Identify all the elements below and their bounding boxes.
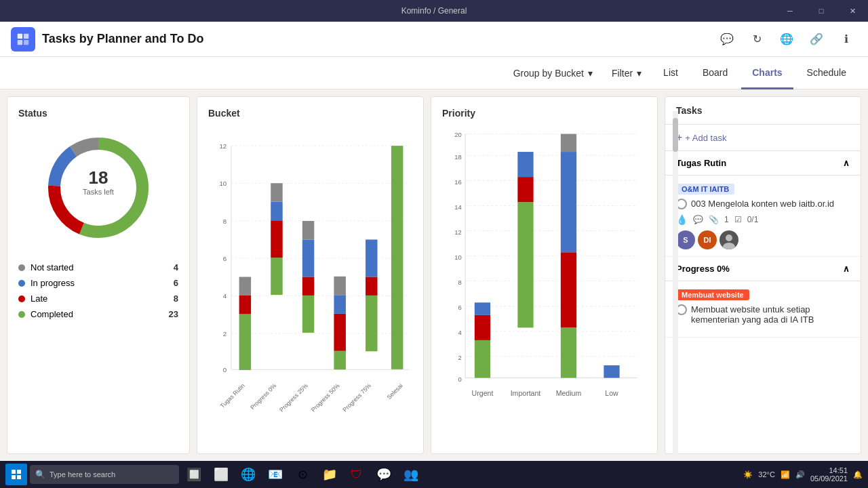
svg-text:18: 18 [454,153,462,161]
svg-rect-2 [18,39,22,44]
tasks-list: Tugas Rutin ∧ O&M IT IAITB 003 Mengelola… [665,151,861,453]
svg-text:8: 8 [223,218,226,225]
app-header: Tasks by Planner and To Do 💬 ↻ 🌐 🔗 ℹ [0,22,868,57]
svg-text:18: 18 [89,167,108,188]
taskbar-edge[interactable]: 🌐 [236,462,260,487]
svg-rect-37 [334,351,345,369]
svg-rect-41 [366,296,377,351]
svg-rect-80 [561,327,576,378]
main-content: Status 18 Tasks left [0,89,868,461]
bucket-chart: 12 10 8 6 4 2 0 [208,127,412,428]
app-icon [11,27,35,52]
section-progress-0[interactable]: Progress 0% ∧ [665,257,861,281]
bucket-title: Bucket [208,108,412,119]
task-item-2: Membuat website Membuat website untuk se… [665,281,861,338]
svg-text:0: 0 [223,366,227,373]
svg-rect-38 [334,314,345,351]
taskbar-files[interactable]: 📁 [317,462,342,487]
svg-rect-93 [12,475,16,479]
svg-rect-27 [239,296,251,314]
svg-text:4: 4 [223,292,227,300]
svg-text:8: 8 [458,279,461,286]
avatar-photo [719,230,738,249]
chat-icon[interactable]: 💬 [716,28,738,50]
add-task-button[interactable]: + + Add task [665,125,861,151]
svg-rect-78 [517,177,533,202]
svg-rect-84 [604,365,619,378]
group-by-label: Group by Bucket [513,68,584,79]
collapse-icon-2: ∧ [843,264,850,274]
taskbar-outlook[interactable]: 📧 [263,462,288,487]
progress-count: 0/1 [747,215,759,224]
task-name-2: Membuat website untuk setiap kementerian… [691,304,850,325]
notification-icon[interactable]: 🔔 [853,470,863,479]
refresh-icon[interactable]: ↻ [746,28,768,50]
link-icon[interactable]: 🔗 [806,28,827,50]
priority-panel: Priority 20 18 16 14 12 10 8 6 4 2 [431,96,658,454]
window-controls: ─ □ ✕ [774,0,868,22]
svg-text:10: 10 [454,253,462,261]
svg-rect-92 [17,470,21,474]
svg-text:Tugas Rutin: Tugas Rutin [219,382,246,409]
filter-chevron: ▾ [637,68,642,79]
group-by-chevron: ▾ [588,68,593,79]
svg-text:0: 0 [458,375,461,383]
svg-rect-83 [561,134,576,152]
filter-button[interactable]: Filter ▾ [604,61,650,85]
maximize-button[interactable]: □ [806,0,837,22]
title-bar: Kominfo / General ─ □ ✕ [0,0,868,22]
taskbar-teams[interactable]: 👥 [399,462,423,487]
svg-text:12: 12 [454,228,462,236]
start-button[interactable] [5,464,27,485]
priority-title: Priority [442,108,646,119]
attachment-icon: 📎 [709,215,719,224]
svg-rect-40 [334,277,345,295]
svg-text:Medium: Medium [556,389,582,397]
taskbar-clock[interactable]: 14:51 05/09/2021 [810,466,848,483]
weather-icon: ☀️ [743,470,753,479]
taskbar-multitask[interactable]: ⬜ [209,462,233,487]
svg-text:6: 6 [458,304,461,311]
tasks-panel: Tasks + + Add task Tugas Rutin ∧ O&M IT … [665,96,861,454]
svg-text:Selesai: Selesai [386,382,404,401]
globe-icon[interactable]: 🌐 [776,28,797,50]
tab-list[interactable]: List [652,57,689,89]
svg-text:Progress 75%: Progress 75% [341,382,372,413]
svg-rect-0 [18,33,22,38]
search-icon: 🔍 [35,470,45,479]
svg-rect-29 [271,258,282,295]
taskbar-chrome[interactable]: ⊙ [290,462,315,487]
taskbar-cortana[interactable]: 🔲 [182,462,206,487]
svg-text:Progress 0%: Progress 0% [249,382,278,411]
collapse-icon: ∧ [843,158,850,168]
tab-schedule[interactable]: Schedule [796,57,857,89]
status-legend: Not started 4 In progress 6 Late 8 [18,262,178,319]
tab-charts[interactable]: Charts [741,57,793,89]
group-by-button[interactable]: Group by Bucket ▾ [505,61,601,85]
taskbar-search[interactable]: 🔍 Type here to search [30,465,179,484]
info-icon[interactable]: ℹ [835,28,857,50]
close-button[interactable]: ✕ [837,0,868,22]
taskbar-skype[interactable]: 💬 [372,462,396,487]
svg-rect-1 [24,33,28,38]
taskbar-antivirus[interactable]: 🛡 [344,462,369,487]
header-actions: 💬 ↻ 🌐 🔗 ℹ [716,28,857,50]
svg-text:6: 6 [223,255,226,262]
svg-text:2: 2 [223,330,226,338]
task-name-1: 003 Mengelola konten web iaitb.or.id [691,199,834,209]
svg-text:Important: Important [511,389,541,397]
svg-rect-33 [302,296,314,333]
svg-rect-81 [561,252,576,327]
minimize-button[interactable]: ─ [774,0,806,22]
network-icon: 📶 [781,470,790,479]
tab-board[interactable]: Board [692,57,738,89]
svg-rect-44 [391,146,403,369]
task-item-1: O&M IT IAITB 003 Mengelola konten web ia… [665,176,861,257]
section-tugas-rutin[interactable]: Tugas Rutin ∧ [665,151,861,176]
comment-icon: 💬 [693,215,703,224]
avatar-di: DI [698,230,717,249]
clock-date: 05/09/2021 [810,474,848,483]
svg-rect-76 [475,302,490,315]
legend-in-progress: In progress 6 [18,278,178,288]
attachment-count: 1 [724,215,729,224]
